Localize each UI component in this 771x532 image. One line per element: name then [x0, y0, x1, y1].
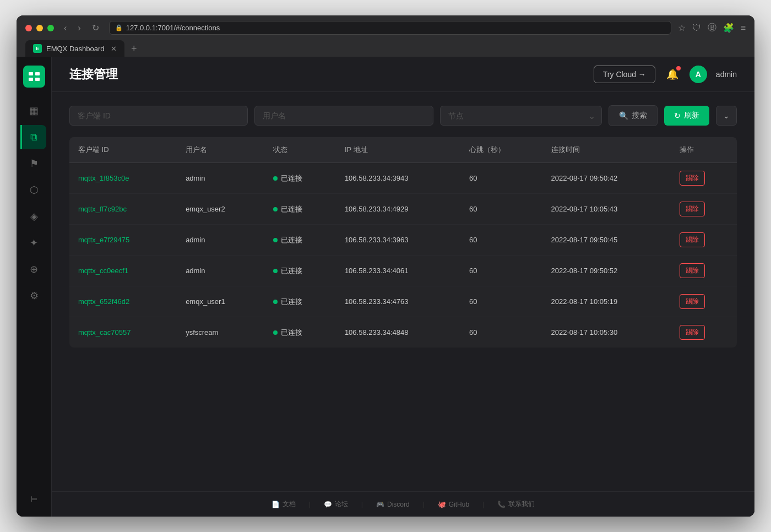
- back-button[interactable]: ‹: [61, 22, 70, 34]
- delete-button-4[interactable]: 踢除: [680, 294, 705, 309]
- diagnose-icon: ⊕: [30, 263, 38, 275]
- cell-client-id-0: mqttx_1f853c0e: [69, 163, 177, 194]
- search-button[interactable]: 🔍 搜索: [609, 105, 658, 126]
- close-traffic-light[interactable]: [25, 25, 32, 31]
- sidebar-item-security[interactable]: ⬡: [22, 178, 46, 202]
- new-tab-button[interactable]: +: [127, 41, 142, 57]
- cell-connected-at-3: 2022-08-17 09:50:52: [542, 256, 671, 286]
- connections-table: 客户端 ID 用户名 状态 IP 地址 心跳（秒） 连接时间 操作 mqttx_…: [69, 137, 737, 348]
- client-id-link-1[interactable]: mqttx_ff7c92bc: [78, 205, 127, 213]
- cell-status-2: 已连接: [264, 225, 336, 256]
- sidebar-item-subscriptions[interactable]: ⚑: [22, 151, 46, 176]
- cell-username-5: ysfscream: [177, 317, 264, 348]
- status-text-3: 已连接: [281, 266, 302, 276]
- cell-action-5: 踢除: [671, 317, 737, 348]
- delete-button-0[interactable]: 踢除: [680, 171, 705, 186]
- cell-action-4: 踢除: [671, 286, 737, 317]
- url-text: 127.0.0.1:7001/#/connections: [126, 24, 220, 32]
- cell-status-4: 已连接: [264, 286, 336, 317]
- cell-connected-at-1: 2022-08-17 10:05:43: [542, 194, 671, 225]
- notification-button[interactable]: 🔔: [664, 66, 681, 83]
- try-cloud-button[interactable]: Try Cloud →: [594, 66, 655, 83]
- discord-icon: 🎮: [376, 501, 384, 508]
- cell-status-1: 已连接: [264, 194, 336, 225]
- cell-connected-at-2: 2022-08-17 09:50:45: [542, 225, 671, 256]
- main-content: 连接管理 Try Cloud → 🔔 A admin: [52, 57, 754, 517]
- active-tab[interactable]: E EMQX Dashboard ✕: [25, 40, 124, 57]
- client-id-link-5[interactable]: mqttx_cac70557: [78, 328, 131, 336]
- client-id-link-4[interactable]: mqttx_652f46d2: [78, 297, 129, 306]
- sidebar-item-settings[interactable]: ⚙: [22, 284, 46, 308]
- sidebar-item-plugins[interactable]: ✦: [22, 231, 46, 255]
- footer-contact-link[interactable]: 📞 联系我们: [497, 500, 535, 509]
- forward-button[interactable]: ›: [74, 22, 84, 34]
- status-dot-3: [273, 269, 278, 273]
- tab-close-button[interactable]: ✕: [111, 45, 117, 53]
- browser-window: ‹ › ↻ 🔒 127.0.0.1:7001/#/connections ☆ 🛡…: [17, 15, 754, 517]
- node-select[interactable]: 节点: [440, 106, 602, 126]
- cell-ip-0: 106.58.233.34:3943: [336, 163, 460, 194]
- sidebar-bottom: ⊨: [26, 490, 42, 508]
- sidebar-collapse-button[interactable]: ⊨: [26, 490, 42, 508]
- client-id-input[interactable]: [69, 106, 248, 126]
- minimize-traffic-light[interactable]: [36, 25, 43, 31]
- delete-button-5[interactable]: 踢除: [680, 325, 705, 340]
- cell-ip-4: 106.58.233.34:4763: [336, 286, 460, 317]
- reload-button[interactable]: ↻: [89, 21, 102, 34]
- tabs-bar: E EMQX Dashboard ✕ +: [25, 40, 746, 57]
- chevron-down-icon: ⌄: [723, 111, 730, 120]
- menu-icon[interactable]: ≡: [741, 23, 746, 33]
- delete-button-3[interactable]: 踢除: [680, 263, 705, 278]
- footer-docs-link[interactable]: 📄 文档: [272, 500, 296, 509]
- status-text-4: 已连接: [281, 297, 302, 307]
- cell-username-3: admin: [177, 256, 264, 286]
- username-input[interactable]: [254, 106, 433, 126]
- cell-client-id-5: mqttx_cac70557: [69, 317, 177, 348]
- tab-favicon: E: [33, 44, 42, 53]
- table-row: mqttx_cac70557 ysfscream 已连接 106.58.233.…: [69, 317, 737, 348]
- more-options-button[interactable]: ⌄: [716, 106, 737, 126]
- address-bar[interactable]: 🔒 127.0.0.1:7001/#/connections: [109, 21, 671, 35]
- logo-icon: [28, 70, 41, 83]
- delete-button-1[interactable]: 踢除: [680, 202, 705, 216]
- sidebar-item-diagnose[interactable]: ⊕: [22, 257, 46, 281]
- cell-connected-at-4: 2022-08-17 10:05:19: [542, 286, 671, 317]
- cell-client-id-2: mqttx_e7f29475: [69, 225, 177, 256]
- node-select-wrap: 节点: [440, 106, 602, 126]
- header-actions: Try Cloud → 🔔 A admin: [594, 66, 737, 83]
- refresh-button[interactable]: ↻ 刷新: [664, 106, 709, 126]
- profile-icon[interactable]: Ⓑ: [708, 22, 716, 34]
- sidebar-logo[interactable]: [23, 66, 45, 88]
- sidebar-item-dashboard[interactable]: ▦: [22, 99, 46, 123]
- sidebar-item-rules[interactable]: ◈: [22, 204, 46, 229]
- client-id-link-0[interactable]: mqttx_1f853c0e: [78, 174, 129, 182]
- cell-action-0: 踢除: [671, 163, 737, 194]
- client-id-link-2[interactable]: mqttx_e7f29475: [78, 236, 129, 244]
- delete-button-2[interactable]: 踢除: [680, 232, 705, 247]
- browser-actions: ☆ 🛡 Ⓑ 🧩 ≡: [678, 22, 746, 34]
- docs-label: 文档: [283, 500, 296, 509]
- table-row: mqttx_652f46d2 emqx_user1 已连接 106.58.233…: [69, 286, 737, 317]
- cell-status-0: 已连接: [264, 163, 336, 194]
- cell-status-5: 已连接: [264, 317, 336, 348]
- cell-action-2: 踢除: [671, 225, 737, 256]
- footer-discord-link[interactable]: 🎮 Discord: [376, 501, 410, 508]
- extension-icon[interactable]: 🧩: [723, 23, 734, 33]
- avatar[interactable]: A: [689, 66, 707, 83]
- cell-username-4: emqx_user1: [177, 286, 264, 317]
- github-icon: 🐙: [438, 501, 446, 508]
- subscriptions-icon: ⚑: [30, 158, 39, 170]
- cell-connected-at-0: 2022-08-17 09:50:42: [542, 163, 671, 194]
- maximize-traffic-light[interactable]: [47, 25, 54, 31]
- sidebar-item-connections[interactable]: ⧉: [20, 125, 46, 149]
- footer-github-link[interactable]: 🐙 GitHub: [438, 501, 469, 508]
- status-text-2: 已连接: [281, 235, 302, 245]
- header: 连接管理 Try Cloud → 🔔 A admin: [52, 57, 754, 92]
- table-row: mqttx_e7f29475 admin 已连接 106.58.233.34:3…: [69, 225, 737, 256]
- username-label[interactable]: admin: [716, 70, 737, 79]
- cell-action-1: 踢除: [671, 194, 737, 225]
- cell-connected-at-5: 2022-08-17 10:05:30: [542, 317, 671, 348]
- footer-forum-link[interactable]: 💬 论坛: [324, 500, 348, 509]
- client-id-link-3[interactable]: mqttx_cc0eecf1: [78, 267, 128, 275]
- bookmark-icon[interactable]: ☆: [678, 23, 686, 33]
